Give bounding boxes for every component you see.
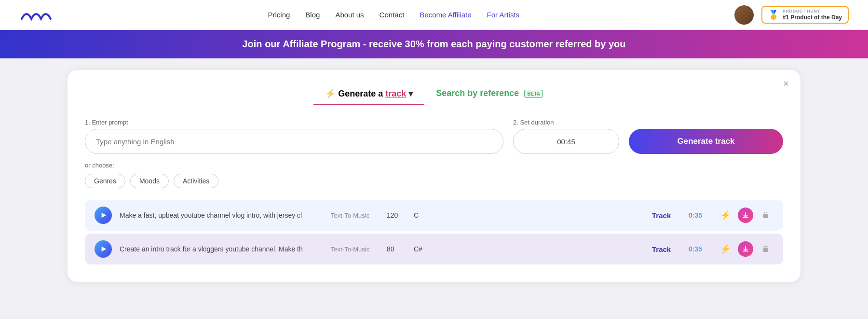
track-actions-1: ⚡ 🗑: [718, 208, 773, 223]
generate-button[interactable]: Generate track: [629, 129, 783, 154]
lightning-icon: ⚡: [325, 89, 336, 98]
play-button-1[interactable]: [95, 207, 112, 224]
track-bpm-2: 80: [387, 245, 406, 253]
main-nav: Pricing Blog About us Contact Become Aff…: [268, 11, 520, 19]
or-choose-label: or choose:: [85, 162, 783, 169]
form-row: 1. Enter prompt 2. Set duration Generate…: [85, 119, 783, 154]
tab-bar: ⚡ Generate a track ▾ Search by reference…: [85, 83, 783, 105]
download-button-1[interactable]: [738, 208, 753, 223]
track-key-2: C#: [414, 245, 433, 253]
badge-text: PRODUCT HUNT #1 Product of the Day: [783, 9, 842, 21]
track-list: Make a fast, upbeat youtube channel vlog…: [85, 200, 783, 264]
tag-buttons: Genres Moods Activities: [85, 174, 783, 188]
nav-blog[interactable]: Blog: [305, 11, 320, 19]
duration-input[interactable]: [513, 129, 619, 154]
duration-label: 2. Set duration: [513, 119, 619, 126]
header-right: 🥇 PRODUCT HUNT #1 Product of the Day: [734, 5, 849, 25]
track-bpm-1: 120: [387, 211, 406, 219]
play-button-2[interactable]: [95, 240, 112, 258]
lightning-action-1[interactable]: ⚡: [718, 208, 733, 223]
track-row: Make a fast, upbeat youtube channel vlog…: [85, 200, 783, 231]
nav-about[interactable]: About us: [335, 11, 364, 19]
play-icon-2: [100, 246, 107, 252]
track-desc-1: Make a fast, upbeat youtube channel vlog…: [120, 211, 323, 219]
play-icon-1: [100, 212, 107, 219]
track-label-1: Track: [652, 211, 681, 220]
tag-activities[interactable]: Activities: [174, 174, 218, 188]
track-key-1: C: [414, 211, 433, 219]
nav-pricing[interactable]: Pricing: [268, 11, 290, 19]
prompt-input[interactable]: [85, 129, 503, 154]
track-label-2: Track: [652, 245, 681, 253]
medal-icon: 🥇: [768, 10, 779, 20]
prompt-label: 1. Enter prompt: [85, 119, 503, 126]
affiliate-banner[interactable]: Join our Affiliate Program - receive 30%…: [0, 30, 868, 58]
download-icon-1: [742, 212, 749, 219]
tab-generate-prefix: Generate a: [338, 89, 385, 98]
avatar[interactable]: [734, 5, 754, 25]
tab-search[interactable]: Search by reference BETA: [424, 83, 555, 105]
nav-artists[interactable]: For Artists: [487, 11, 520, 19]
close-button[interactable]: ×: [783, 79, 789, 88]
tag-moods[interactable]: Moods: [130, 174, 169, 188]
day-label: #1 Product of the Day: [783, 14, 842, 21]
product-hunt-label: PRODUCT HUNT: [783, 9, 842, 14]
track-row: Create an intro track for a vloggers you…: [85, 234, 783, 264]
track-type-2: Text-To-Music: [331, 246, 379, 253]
prompt-group: 1. Enter prompt: [85, 119, 503, 154]
track-actions-2: ⚡ 🗑: [718, 241, 773, 257]
svg-marker-0: [102, 213, 107, 218]
tag-genres[interactable]: Genres: [85, 174, 125, 188]
nav-affiliate[interactable]: Become Affiliate: [420, 11, 471, 19]
tab-generate[interactable]: ⚡ Generate a track ▾: [313, 83, 424, 105]
banner-text: Join our Affiliate Program - receive 30%…: [242, 39, 625, 49]
lightning-action-2[interactable]: ⚡: [718, 241, 733, 257]
track-duration-1: 0:35: [689, 211, 710, 219]
nav-contact[interactable]: Contact: [380, 11, 405, 19]
header: Pricing Blog About us Contact Become Aff…: [0, 0, 868, 30]
download-button-2[interactable]: [738, 241, 753, 257]
download-icon-2: [742, 246, 749, 252]
product-hunt-badge[interactable]: 🥇 PRODUCT HUNT #1 Product of the Day: [761, 6, 849, 24]
track-duration-2: 0:35: [689, 245, 710, 253]
tab-generate-dropdown: ▾: [408, 89, 413, 98]
track-type-1: Text-To-Music: [331, 212, 379, 219]
delete-button-2[interactable]: 🗑: [758, 241, 773, 257]
track-desc-2: Create an intro track for a vloggers you…: [120, 245, 323, 253]
svg-marker-1: [102, 247, 107, 252]
delete-button-1[interactable]: 🗑: [758, 208, 773, 223]
tab-search-label: Search by reference: [436, 88, 519, 98]
tab-generate-highlight: track: [385, 89, 406, 98]
duration-group: 2. Set duration: [513, 119, 619, 154]
main-card: × ⚡ Generate a track ▾ Search by referen…: [68, 70, 800, 282]
main-content: × ⚡ Generate a track ▾ Search by referen…: [0, 58, 868, 301]
beta-badge: BETA: [524, 90, 542, 98]
logo[interactable]: [19, 5, 53, 25]
